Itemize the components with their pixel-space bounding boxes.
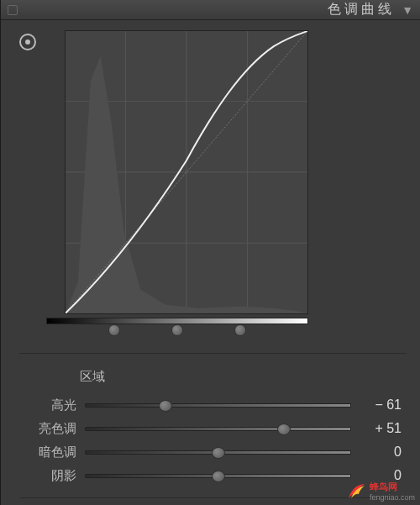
- tone-gradient-strip: [46, 318, 308, 324]
- slider-handle[interactable]: [159, 400, 172, 412]
- curve-container: [46, 30, 308, 336]
- panel-title: 色调曲线: [328, 1, 395, 18]
- region-heading: 区域: [80, 369, 402, 385]
- watermark: 蜂鸟网 fengniao.com: [346, 481, 415, 502]
- slider-track-shadows[interactable]: [85, 474, 351, 478]
- slider-handle[interactable]: [277, 423, 291, 435]
- collapse-triangle-icon[interactable]: ▼: [402, 3, 413, 17]
- panel-header[interactable]: 色调曲线 ▼: [1, 0, 420, 20]
- slider-row-shadows: 阴影 0: [24, 464, 402, 487]
- slider-row-highlights: 高光 − 61: [24, 393, 402, 417]
- watermark-url: fengniao.com: [370, 493, 415, 502]
- split-mid-handle[interactable]: [171, 324, 183, 336]
- split-highlight-handle[interactable]: [234, 324, 246, 336]
- tone-curve-panel: 色调曲线 ▼: [0, 0, 420, 505]
- targeted-adjustment-icon[interactable]: [19, 34, 36, 50]
- split-shadow-handle[interactable]: [108, 324, 120, 336]
- slider-value[interactable]: − 61: [360, 397, 402, 413]
- tone-curve-graph[interactable]: [65, 30, 308, 314]
- slider-track-lights[interactable]: [85, 427, 351, 431]
- slider-value[interactable]: + 51: [360, 421, 402, 436]
- split-markers: [46, 324, 308, 336]
- slider-row-darks: 暗色调 0: [24, 440, 402, 464]
- slider-label: 阴影: [24, 468, 76, 484]
- slider-label: 高光: [24, 397, 76, 413]
- slider-track-highlights[interactable]: [85, 403, 351, 408]
- bird-logo-icon: [346, 481, 366, 502]
- panel-content: 区域 高光 − 61 亮色调 + 51 暗色调 0 阴影 0: [1, 20, 420, 505]
- panel-toggle-box[interactable]: [8, 5, 18, 15]
- slider-label: 暗色调: [24, 445, 76, 460]
- slider-track-darks[interactable]: [85, 450, 351, 455]
- watermark-name: 蜂鸟网: [370, 481, 415, 493]
- curve-line-icon: [66, 31, 307, 313]
- slider-handle[interactable]: [212, 471, 225, 482]
- region-sliders: 区域 高光 − 61 亮色调 + 51 暗色调 0 阴影 0: [19, 354, 407, 498]
- slider-label: 亮色调: [24, 421, 76, 437]
- slider-value[interactable]: 0: [360, 445, 402, 460]
- slider-handle[interactable]: [212, 447, 225, 459]
- slider-row-lights: 亮色调 + 51: [24, 417, 402, 440]
